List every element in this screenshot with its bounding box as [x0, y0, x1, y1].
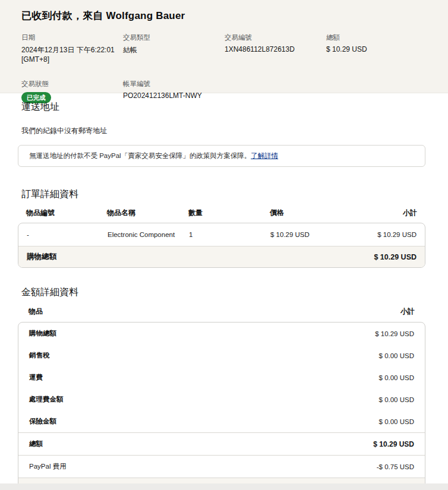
amount-row-label: 銷售稅 — [29, 351, 50, 360]
no-address-text: 我們的紀錄中沒有郵寄地址 — [21, 126, 427, 136]
amount-row-total: 總額 $ 10.29 USD — [18, 432, 425, 455]
order-item-price: $ 10.29 USD — [270, 231, 377, 238]
field-total-amount-value: $ 10.29 USD — [326, 45, 428, 53]
order-total-value: $ 10.29 USD — [374, 253, 417, 261]
field-date: 日期 2024年12月13日 下午6:22:01 [GMT+8] — [21, 33, 123, 64]
order-total-label: 購物總額 — [27, 252, 56, 262]
field-transaction-id-label: 交易編號 — [225, 33, 326, 42]
amount-details-section-title: 金額詳細資料 — [21, 286, 427, 299]
field-total-amount: 總額 $ 10.29 USD — [326, 33, 428, 64]
amount-row-label: PayPal 費用 — [29, 462, 67, 471]
amount-row-insurance: 保險金額 $ 0.00 USD — [18, 410, 425, 432]
field-transaction-status: 交易狀態 已完成 — [21, 80, 123, 103]
amount-row-value: $ 10.29 USD — [375, 330, 414, 337]
amount-row-label: 運費 — [29, 373, 43, 382]
field-transaction-status-label: 交易狀態 — [21, 80, 123, 88]
field-date-label: 日期 — [21, 33, 123, 42]
field-invoice-id-value: PO202412136LMT-NWY — [123, 91, 225, 100]
field-transaction-id: 交易編號 1XN486112L872613D — [225, 33, 326, 64]
order-col-price: 價格 — [270, 208, 403, 218]
field-invoice-id: 帳單編號 PO202412136LMT-NWY — [123, 80, 225, 103]
amount-details-table: 購物總額 $ 10.29 USD 銷售稅 $ 0.00 USD 運費 $ 0.0… — [18, 322, 425, 490]
order-details-section-title: 訂單詳細資料 — [21, 188, 427, 201]
transaction-fields: 日期 2024年12月13日 下午6:22:01 [GMT+8] 交易類型 結帳… — [21, 33, 427, 103]
field-transaction-type-label: 交易類型 — [123, 33, 225, 42]
order-item-quantity: 1 — [189, 231, 270, 238]
amount-row-value: $ 0.00 USD — [379, 374, 414, 381]
amount-row-purchase-total: 購物總額 $ 10.29 USD — [18, 323, 425, 344]
amount-col-subtotal: 小計 — [400, 306, 415, 317]
order-item-number: - — [27, 231, 108, 238]
window-bottom-edge — [0, 483, 448, 490]
amount-row-value: -$ 0.75 USD — [377, 463, 414, 470]
amount-row-handling: 處理費金額 $ 0.00 USD — [18, 388, 425, 410]
order-col-quantity: 數量 — [188, 208, 270, 218]
field-transaction-type-value: 結帳 — [123, 45, 225, 55]
order-col-item-name: 物品名稱 — [107, 208, 188, 218]
field-transaction-type: 交易類型 結帳 — [123, 33, 225, 64]
order-item-subtotal: $ 10.29 USD — [377, 231, 417, 238]
seller-protection-note-text: 無運送地址的付款不受 PayPal「賣家交易安全保障」的政策與方案保障。 — [29, 152, 251, 159]
amount-row-shipping: 運費 $ 0.00 USD — [18, 366, 425, 388]
amount-table-header-row: 物品 小計 — [18, 306, 425, 317]
transaction-header: 已收到付款，來自 Wolfgang Bauer 日期 2024年12月13日 下… — [0, 0, 448, 93]
field-total-amount-label: 總額 — [326, 33, 428, 42]
amount-col-item: 物品 — [29, 306, 43, 317]
amount-row-value: $ 10.29 USD — [373, 440, 414, 448]
amount-row-paypal-fee: PayPal 費用 -$ 0.75 USD — [18, 455, 425, 478]
order-col-item-number: 物品編號 — [26, 208, 107, 218]
amount-row-label: 總額 — [29, 440, 43, 448]
field-date-value: 2024年12月13日 下午6:22:01 [GMT+8] — [21, 45, 123, 64]
amount-row-value: $ 0.00 USD — [379, 418, 414, 425]
amount-row-value: $ 0.00 USD — [379, 396, 414, 403]
field-transaction-id-value: 1XN486112L872613D — [225, 45, 326, 53]
amount-row-label: 保險金額 — [29, 417, 56, 426]
learn-more-link[interactable]: 了解詳情 — [251, 152, 278, 159]
amount-row-label: 購物總額 — [29, 329, 56, 338]
order-table-header-row: 物品編號 物品名稱 數量 價格 小計 — [18, 208, 425, 218]
seller-protection-note: 無運送地址的付款不受 PayPal「賣家交易安全保障」的政策與方案保障。了解詳情 — [18, 145, 425, 167]
order-total-row: 購物總額 $ 10.29 USD — [18, 246, 425, 267]
page-title: 已收到付款，來自 Wolfgang Bauer — [21, 9, 427, 23]
amount-row-sales-tax: 銷售稅 $ 0.00 USD — [18, 344, 425, 366]
amount-row-value: $ 0.00 USD — [379, 352, 414, 359]
amount-row-label: 處理費金額 — [29, 395, 64, 404]
order-col-subtotal: 小計 — [403, 208, 417, 218]
order-item-name: Electronic Component — [108, 231, 189, 238]
table-row: - Electronic Component 1 $ 10.29 USD $ 1… — [18, 223, 425, 246]
order-details-table: - Electronic Component 1 $ 10.29 USD $ 1… — [18, 223, 425, 268]
field-invoice-id-label: 帳單編號 — [123, 80, 225, 88]
